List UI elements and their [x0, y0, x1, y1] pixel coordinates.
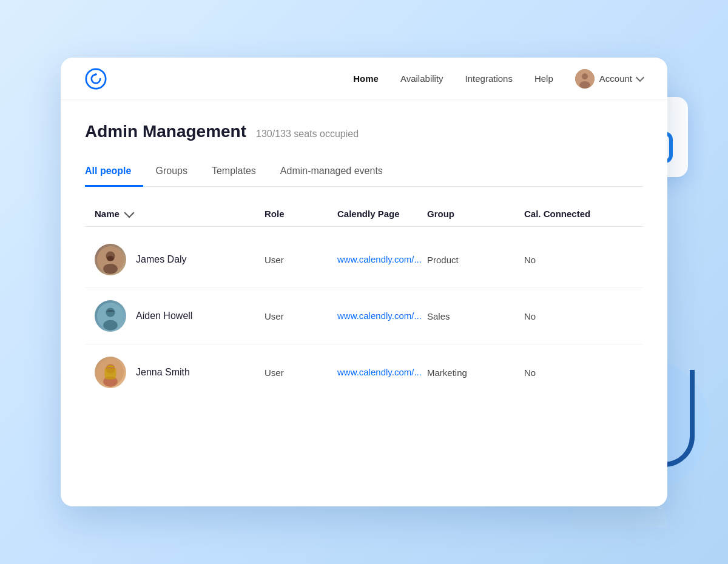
col-header-name[interactable]: Name [95, 209, 265, 219]
sort-chevron-icon [124, 207, 134, 218]
group-cell-aiden: Sales [427, 311, 524, 321]
account-label: Account [599, 73, 632, 84]
col-header-group: Group [427, 209, 524, 219]
user-cell-james: James Daly [95, 244, 265, 275]
page-content: Admin Management 130/133 seats occupied … [61, 100, 667, 425]
svg-point-5 [579, 81, 590, 89]
tab-groups[interactable]: Groups [143, 158, 199, 187]
col-header-role: Role [265, 209, 337, 219]
logo[interactable] [85, 68, 107, 90]
user-cell-jenna: Jenna Smith [95, 357, 265, 388]
seats-info: 130/133 seats occupied [256, 129, 359, 139]
nav-help-link[interactable]: Help [534, 73, 553, 84]
avatar-aiden-howell-image [97, 300, 124, 332]
navbar: Home Availability Integrations Help Acco [61, 58, 667, 100]
page-title: Admin Management [85, 122, 246, 141]
user-cell-aiden: Aiden Howell [95, 300, 265, 332]
avatar-james-daly [95, 244, 126, 275]
role-cell-james: User [265, 255, 337, 265]
svg-point-11 [106, 307, 115, 317]
nav-availability-item[interactable]: Availability [400, 73, 443, 84]
page-header: Admin Management 130/133 seats occupied [85, 122, 643, 141]
nav-help-item[interactable]: Help [534, 73, 553, 84]
user-name-james-daly: James Daly [136, 254, 187, 265]
calendly-link-james[interactable]: www.calendly.com/... [337, 254, 422, 264]
table-row: Aiden Howell User www.calendly.com/... S… [85, 288, 643, 344]
tab-templates[interactable]: Templates [200, 158, 268, 187]
svg-point-2 [95, 73, 97, 76]
avatar-aiden-howell [95, 300, 126, 332]
role-cell-jenna: User [265, 368, 337, 378]
svg-point-12 [103, 320, 118, 331]
tabs-container: All people Groups Templates Admin-manage… [85, 158, 643, 187]
avatar-jenna-smith-image [97, 357, 124, 388]
role-cell-aiden: User [265, 311, 337, 321]
account-avatar [575, 69, 595, 89]
calendly-page-cell-aiden: www.calendly.com/... [337, 311, 427, 321]
tab-all-people[interactable]: All people [85, 158, 143, 187]
calendly-page-cell-jenna: www.calendly.com/... [337, 367, 427, 378]
cal-connected-cell-james: No [524, 255, 633, 265]
account-chevron-icon [636, 73, 644, 81]
svg-point-4 [582, 73, 588, 79]
user-table: Name Role Calendly Page Group Cal. Conne… [85, 209, 643, 400]
table-row: Jenna Smith User www.calendly.com/... Ma… [85, 344, 643, 400]
account-button[interactable]: Account [575, 69, 643, 89]
nav-home-item[interactable]: Home [353, 73, 379, 84]
group-cell-jenna: Marketing [427, 368, 524, 378]
svg-point-8 [103, 264, 118, 274]
calendly-page-cell-james: www.calendly.com/... [337, 254, 427, 265]
avatar-jenna-smith [95, 357, 126, 388]
col-header-cal-connected: Cal. Connected [524, 209, 633, 219]
cal-connected-cell-jenna: No [524, 368, 633, 378]
group-cell-james: Product [427, 255, 524, 265]
nav-integrations-link[interactable]: Integrations [465, 73, 513, 84]
col-header-calendly-page: Calendly Page [337, 209, 427, 219]
table-header: Name Role Calendly Page Group Cal. Conne… [85, 209, 643, 227]
main-card: Home Availability Integrations Help Acco [61, 58, 667, 506]
svg-point-9 [107, 256, 114, 261]
calendly-link-jenna[interactable]: www.calendly.com/... [337, 367, 422, 377]
nav-availability-link[interactable]: Availability [400, 73, 443, 84]
user-name-aiden-howell: Aiden Howell [136, 311, 192, 321]
cal-connected-cell-aiden: No [524, 311, 633, 321]
table-row: James Daly User www.calendly.com/... Pro… [85, 232, 643, 288]
nav-home-link[interactable]: Home [353, 73, 379, 84]
calendly-link-aiden[interactable]: www.calendly.com/... [337, 311, 422, 321]
nav-integrations-item[interactable]: Integrations [465, 73, 513, 84]
nav-links: Home Availability Integrations Help [353, 73, 553, 84]
account-avatar-icon [575, 69, 595, 89]
avatar-james-daly-image [97, 244, 124, 275]
tab-admin-managed-events[interactable]: Admin-managed events [268, 158, 395, 187]
svg-point-1 [86, 69, 106, 88]
user-name-jenna-smith: Jenna Smith [136, 367, 190, 378]
